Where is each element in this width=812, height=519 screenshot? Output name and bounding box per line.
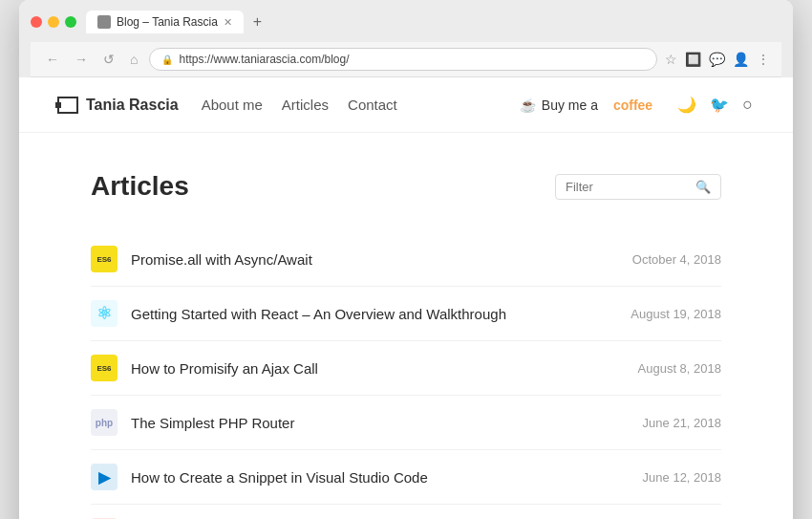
list-item: ✏ Rewrite Query String to Path with htac…: [91, 505, 721, 519]
site-logo[interactable]: Tania Rascia: [57, 97, 179, 114]
tab-favicon: [97, 15, 111, 29]
logo-text: Tania Rascia: [86, 97, 179, 114]
article-link[interactable]: Getting Started with React – An Overview…: [131, 306, 617, 322]
home-button[interactable]: ⌂: [126, 50, 141, 69]
refresh-button[interactable]: ↺: [99, 50, 118, 69]
nav-icons: 🌙 🐦 ○: [675, 93, 755, 117]
twitter-button[interactable]: 🐦: [708, 94, 731, 116]
nav-contact[interactable]: Contact: [348, 97, 397, 113]
new-tab-button[interactable]: +: [247, 10, 267, 34]
articles-header: Articles 🔍: [91, 171, 721, 202]
search-icon: 🔍: [695, 180, 711, 194]
url-text: https://www.taniarascia.com/blog/: [179, 53, 349, 66]
tab-title: Blog – Tania Rascia: [117, 15, 218, 29]
article-date: August 8, 2018: [638, 361, 721, 376]
browser-window: Blog – Tania Rascia ✕ + ← → ↺ ⌂ 🔒 https:…: [19, 0, 793, 519]
url-bar[interactable]: 🔒 https://www.taniarascia.com/blog/: [149, 48, 657, 71]
list-item: ES6 Promise.all with Async/Await October…: [91, 232, 721, 287]
articles-title: Articles: [91, 171, 189, 202]
article-icon-php: php: [91, 409, 118, 436]
profile-icon[interactable]: 👤: [733, 52, 749, 67]
article-link[interactable]: How to Promisify an Ajax Call: [131, 360, 625, 377]
list-item: ES6 How to Promisify an Ajax Call August…: [91, 341, 721, 396]
article-date: August 19, 2018: [630, 307, 721, 321]
nav-links: About me Articles Contact: [202, 97, 397, 114]
forward-button[interactable]: →: [71, 50, 92, 69]
dark-mode-button[interactable]: 🌙: [675, 94, 698, 116]
filter-box: 🔍: [555, 174, 721, 200]
logo-icon: [57, 97, 78, 114]
maximize-button[interactable]: [65, 16, 76, 28]
traffic-lights: [31, 16, 76, 28]
buy-coffee-link[interactable]: ☕ Buy me a coffee: [520, 97, 652, 113]
site-nav: Tania Rascia About me Articles Contact ☕…: [19, 77, 793, 133]
tab-bar: Blog – Tania Rascia ✕ +: [86, 10, 781, 34]
article-list: ES6 Promise.all with Async/Await October…: [91, 232, 721, 519]
tab-close-button[interactable]: ✕: [224, 16, 232, 29]
star-icon[interactable]: ☆: [665, 52, 677, 67]
filter-input[interactable]: [566, 180, 690, 194]
article-date: June 12, 2018: [643, 470, 721, 485]
coffee-highlight: coffee: [613, 97, 652, 113]
lock-icon: 🔒: [161, 54, 173, 65]
page-content: Tania Rascia About me Articles Contact ☕…: [19, 77, 793, 519]
nav-articles[interactable]: Articles: [282, 97, 329, 113]
title-bar: Blog – Tania Rascia ✕ + ← → ↺ ⌂ 🔒 https:…: [19, 0, 793, 77]
article-icon-react: ⚛: [91, 300, 118, 327]
github-button[interactable]: ○: [740, 93, 755, 117]
menu-icon[interactable]: ⋮: [757, 52, 770, 67]
articles-section: Articles 🔍 ES6 Promise.all with Async/Aw…: [72, 133, 740, 519]
article-date: June 21, 2018: [643, 416, 721, 430]
nav-about[interactable]: About me: [202, 97, 263, 113]
coffee-prefix: Buy me a: [542, 97, 598, 113]
article-link[interactable]: The Simplest PHP Router: [131, 415, 630, 431]
coffee-emoji: ☕: [520, 97, 536, 113]
extension-icon-2[interactable]: 💬: [709, 52, 725, 67]
list-item: ⚛ Getting Started with React – An Overvi…: [91, 287, 721, 341]
article-link[interactable]: Promise.all with Async/Await: [131, 251, 619, 268]
article-icon-es6-2: ES6: [91, 355, 118, 381]
address-bar: ← → ↺ ⌂ 🔒 https://www.taniarascia.com/bl…: [31, 42, 781, 77]
extension-icon-1[interactable]: 🔲: [685, 52, 701, 67]
minimize-button[interactable]: [48, 16, 59, 28]
list-item: ▶ How to Create a Snippet in Visual Stud…: [91, 450, 721, 505]
close-button[interactable]: [31, 16, 42, 28]
article-icon-es6: ES6: [91, 246, 118, 272]
article-link[interactable]: How to Create a Snippet in Visual Studio…: [131, 469, 630, 486]
title-bar-top: Blog – Tania Rascia ✕ +: [31, 10, 781, 34]
article-icon-vscode: ▶: [91, 464, 118, 490]
back-button[interactable]: ←: [42, 50, 63, 69]
address-actions: ☆ 🔲 💬 👤 ⋮: [665, 52, 770, 67]
active-tab[interactable]: Blog – Tania Rascia ✕: [86, 11, 244, 33]
list-item: php The Simplest PHP Router June 21, 201…: [91, 396, 721, 450]
article-date: October 4, 2018: [632, 252, 721, 267]
